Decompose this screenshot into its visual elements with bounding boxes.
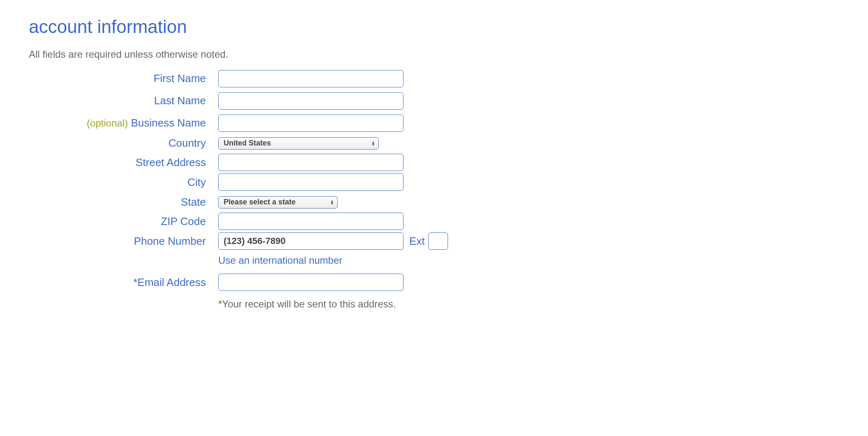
international-number-link[interactable]: Use an international number	[218, 255, 343, 266]
ext-label: Ext	[409, 235, 425, 248]
business-name-label: (optional) Business Name	[29, 117, 218, 129]
phone-label: Phone Number	[29, 235, 218, 248]
select-arrows-icon: ▲▼	[371, 141, 375, 146]
street-label: Street Address	[29, 156, 218, 169]
ext-input[interactable]	[428, 232, 448, 250]
zip-label: ZIP Code	[29, 215, 218, 228]
email-footnote: *Your receipt will be sent to this addre…	[218, 298, 396, 310]
country-selected-value: United States	[224, 139, 271, 148]
select-arrows-icon: ▲▼	[330, 200, 334, 205]
phone-input[interactable]	[218, 232, 404, 250]
last-name-label: Last Name	[29, 94, 218, 107]
city-label: City	[29, 176, 218, 189]
first-name-input[interactable]	[218, 70, 404, 87]
country-label: Country	[29, 137, 218, 150]
state-select[interactable]: Please select a state ▲▼	[218, 196, 338, 209]
business-name-input[interactable]	[218, 115, 404, 132]
required-note: All fields are required unless otherwise…	[29, 49, 839, 60]
optional-tag: (optional)	[87, 117, 128, 129]
first-name-label: First Name	[29, 72, 218, 85]
country-select[interactable]: United States ▲▼	[218, 137, 379, 150]
state-label: State	[29, 196, 218, 209]
last-name-input[interactable]	[218, 92, 404, 110]
email-label: *Email Address	[29, 276, 218, 289]
email-input[interactable]	[218, 274, 404, 291]
account-form: First Name Last Name (optional) Business…	[29, 70, 449, 310]
zip-input[interactable]	[218, 213, 404, 230]
street-input[interactable]	[218, 154, 404, 171]
city-input[interactable]	[218, 173, 404, 191]
state-selected-value: Please select a state	[224, 198, 296, 206]
page-title: account information	[29, 16, 839, 37]
